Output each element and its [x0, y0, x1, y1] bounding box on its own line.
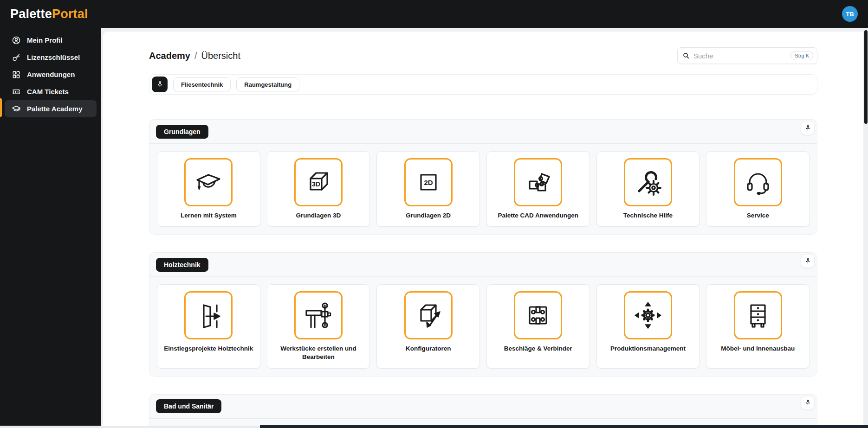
card-label: Service — [747, 211, 769, 220]
section-grundlagen: Grundlagen — [149, 119, 817, 235]
pushpin-icon — [156, 81, 164, 89]
pin-section-button[interactable] — [801, 396, 815, 410]
page-header-row: Academy / Übersicht Strg K — [149, 47, 817, 64]
sidebar-item-palette-academy[interactable]: Palette Academy — [5, 100, 97, 117]
card-label: Lernen mit System — [181, 211, 237, 220]
scrollbar-thumb[interactable] — [864, 30, 868, 124]
card-icon-tile — [184, 291, 233, 339]
filter-chip-raumgestaltung[interactable]: Raumgestaltung — [236, 77, 299, 91]
section-title-badge: Bad und Sanitär — [156, 399, 221, 413]
section-card-grid: Lernen mit System 3D Grundlagen 3D — [149, 144, 817, 234]
card-icon-tile — [514, 291, 562, 339]
wrench-gear-icon — [633, 167, 663, 197]
filter-chip-fliesentechnik[interactable]: Fliesentechnik — [173, 77, 231, 91]
section-card-grid: Einstiegsprojekte Holztechnik — [149, 277, 817, 376]
section-bad-und-sanitaer: Bad und Sanitär — [149, 394, 817, 428]
top-header-bar: PalettePortal TB — [0, 0, 868, 28]
card-icon-tile — [294, 291, 343, 339]
logo-text-palette: Palette — [10, 7, 52, 21]
graduation-cap-icon — [12, 104, 21, 114]
card-icon-tile — [734, 291, 782, 339]
card-grundlagen-2d[interactable]: 2D Grundlagen 2D — [376, 151, 480, 227]
svg-text:3D: 3D — [312, 180, 320, 188]
card-label: Einstiegsprojekte Holztechnik — [164, 345, 253, 353]
headset-icon — [743, 167, 773, 197]
card-icon-tile — [404, 291, 453, 339]
card-label: Möbel- und Innenausbau — [721, 345, 795, 353]
card-label: Beschläge & Verbinder — [504, 345, 572, 353]
active-item-accent-bar — [0, 98, 2, 117]
card-lernen-mit-system[interactable]: Lernen mit System — [157, 151, 260, 227]
sidebar-item-mein-profil[interactable]: Mein Profil — [5, 32, 97, 49]
sidebar-item-label: CAM Tickets — [27, 88, 69, 96]
breadcrumb: Academy / Übersicht — [149, 51, 240, 61]
pushpin-icon — [804, 125, 811, 132]
sidebar-item-lizenzschluessel[interactable]: Lizenzschlüssel — [5, 49, 97, 66]
card-icon-tile — [514, 158, 562, 206]
card-grundlagen-3d[interactable]: 3D Grundlagen 3D — [267, 151, 370, 227]
pin-section-button[interactable] — [801, 121, 815, 135]
section-header: Grundlagen — [149, 120, 817, 144]
card-icon-tile: 2D — [404, 158, 453, 206]
card-einstiegsprojekte-holztechnik[interactable]: Einstiegsprojekte Holztechnik — [157, 284, 260, 368]
content-panel: Academy / Übersicht Strg K Fliesentech — [103, 32, 863, 428]
card-service[interactable]: Service — [706, 151, 810, 227]
gear-arrows-icon — [633, 300, 663, 330]
sidebar-item-cam-tickets[interactable]: CAM Tickets — [5, 83, 97, 100]
card-icon-tile: 3D — [294, 158, 343, 206]
sidebar-item-label: Mein Profil — [27, 36, 63, 44]
key-icon — [12, 53, 21, 62]
breadcrumb-page: Übersicht — [201, 51, 240, 61]
card-beschlaege-verbinder[interactable]: Beschläge & Verbinder — [486, 284, 590, 368]
pushpin-icon — [804, 258, 811, 265]
card-label: Grundlagen 2D — [406, 211, 451, 220]
card-produktionsmanagement[interactable]: Produktionsmanagement — [596, 284, 700, 368]
clamp-icon — [304, 300, 333, 330]
sidebar-item-anwendungen[interactable]: Anwendungen — [5, 66, 97, 83]
pushpin-icon — [804, 399, 811, 406]
card-palette-cad-anwendungen[interactable]: Palette CAD Anwendungen — [486, 151, 590, 227]
user-avatar[interactable]: TB — [842, 6, 858, 22]
card-icon-tile — [624, 158, 672, 206]
card-konfiguratoren[interactable]: Konfiguratoren — [376, 284, 480, 368]
card-moebel-innenausbau[interactable]: Möbel- und Innenausbau — [706, 284, 810, 368]
search-icon — [682, 52, 690, 59]
cabinet-icon — [743, 300, 773, 330]
section-header: Bad und Sanitär — [149, 395, 817, 419]
card-label: Palette CAD Anwendungen — [498, 211, 579, 220]
bottom-edge-dark — [260, 425, 868, 428]
sidebar-item-label: Anwendungen — [27, 70, 75, 78]
scrollbar-track[interactable] — [863, 28, 868, 428]
sidebar-item-label: Lizenzschlüssel — [27, 53, 80, 61]
grid-apps-icon — [12, 70, 21, 79]
graduation-cap-icon — [194, 167, 223, 197]
ticket-icon — [12, 87, 21, 96]
logo-text-portal: Portal — [52, 7, 88, 21]
search-box[interactable]: Strg K — [677, 47, 817, 64]
user-profile-icon — [12, 36, 21, 45]
sidebar-item-label: Palette Academy — [27, 105, 83, 113]
cube-arrows-icon — [414, 300, 443, 330]
hinge-icon — [523, 300, 553, 330]
pin-section-button[interactable] — [801, 254, 815, 268]
card-label: Werkstücke erstellen und Bearbeiten — [272, 345, 365, 361]
filter-bar: Fliesentechnik Raumgestaltung — [149, 74, 817, 95]
pin-filter-button[interactable] — [152, 77, 168, 92]
card-label: Grundlagen 3D — [296, 211, 341, 220]
card-technische-hilfe[interactable]: Technische Hilfe — [596, 151, 700, 227]
sidebar: Mein Profil Lizenzschlüssel Anwendungen … — [0, 28, 101, 426]
card-label: Technische Hilfe — [623, 211, 673, 220]
app-logo[interactable]: PalettePortal — [10, 7, 88, 21]
square-2d-icon: 2D — [414, 167, 443, 197]
cube-3d-icon: 3D — [304, 167, 333, 197]
breadcrumb-separator: / — [194, 51, 197, 61]
svg-text:2D: 2D — [424, 179, 433, 186]
section-holztechnik: Holztechnik — [149, 252, 817, 376]
door-arrow-icon — [194, 300, 223, 330]
breadcrumb-section[interactable]: Academy — [149, 51, 190, 61]
puzzle-icon — [523, 167, 553, 197]
card-icon-tile — [734, 158, 782, 206]
card-werkstuecke-erstellen[interactable]: Werkstücke erstellen und Bearbeiten — [267, 284, 370, 368]
card-icon-tile — [624, 291, 672, 339]
search-input[interactable] — [693, 52, 787, 60]
